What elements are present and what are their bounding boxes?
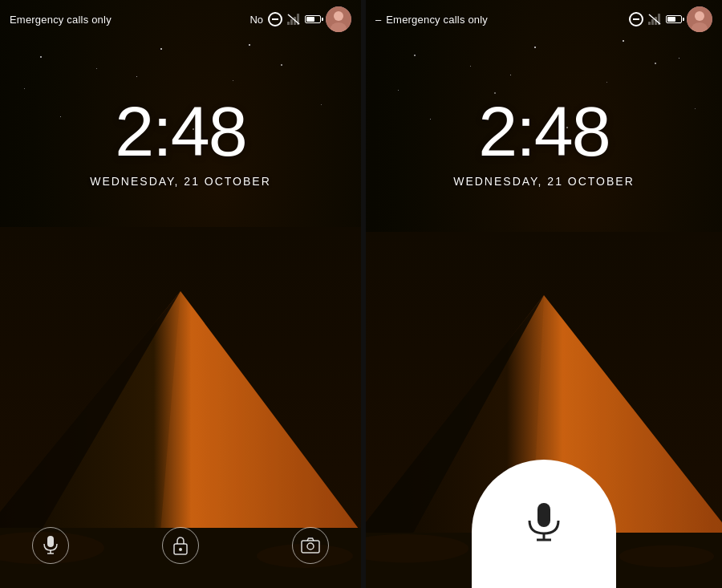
bottom-icons-left [0, 527, 361, 564]
clock-time-left: 2:48 [0, 96, 361, 167]
left-phone-screen: Emergency calls only No [0, 0, 361, 588]
right-phone-screen: – Emergency calls only [361, 0, 722, 588]
battery-icon-right [666, 15, 682, 23]
clock-time-right: 2:48 [366, 96, 722, 167]
clock-date-right: WEDNESDAY, 21 OCTOBER [366, 175, 722, 188]
svg-point-29 [619, 545, 714, 568]
dnd-line [272, 18, 278, 20]
status-right-right-group [629, 6, 712, 32]
status-right-group: No [249, 6, 351, 32]
svg-point-22 [307, 543, 314, 549]
dnd-line-right [633, 18, 639, 20]
signal-off-icon-right [648, 14, 661, 25]
status-bar-right: – Emergency calls only [366, 0, 722, 39]
dash-prefix: – [375, 14, 381, 26]
status-right-left-group: – Emergency calls only [375, 14, 488, 26]
battery-icon-left [305, 15, 321, 23]
mic-button-left[interactable] [32, 527, 69, 564]
emergency-calls-text-left: Emergency calls only [10, 14, 112, 26]
svg-rect-31 [651, 19, 654, 25]
clock-area-right: 2:48 WEDNESDAY, 21 OCTOBER [366, 96, 722, 188]
emergency-calls-text-right: Emergency calls only [386, 14, 488, 26]
svg-rect-38 [537, 503, 550, 527]
svg-point-14 [334, 11, 343, 21]
svg-point-20 [179, 548, 182, 551]
lock-button-left[interactable] [162, 527, 199, 564]
svg-rect-30 [648, 22, 651, 25]
svg-point-36 [695, 11, 704, 21]
battery-fill-left [306, 17, 314, 22]
camera-button-left[interactable] [292, 527, 329, 564]
avatar-left [326, 6, 351, 32]
svg-rect-8 [287, 22, 290, 25]
dnd-icon-left [268, 12, 282, 26]
svg-rect-16 [47, 536, 54, 547]
avatar-right [687, 6, 712, 32]
clock-date-left: WEDNESDAY, 21 OCTOBER [0, 175, 361, 188]
battery-fill-right [667, 17, 675, 22]
status-left-group: Emergency calls only [10, 14, 112, 26]
status-bar-left: Emergency calls only No [0, 0, 361, 39]
signal-off-icon-left [287, 14, 300, 25]
mic-icon-large [526, 503, 562, 545]
clock-area-left: 2:48 WEDNESDAY, 21 OCTOBER [0, 96, 361, 188]
svg-rect-9 [290, 19, 293, 25]
dnd-icon-right [629, 12, 643, 26]
no-text: No [249, 14, 263, 26]
